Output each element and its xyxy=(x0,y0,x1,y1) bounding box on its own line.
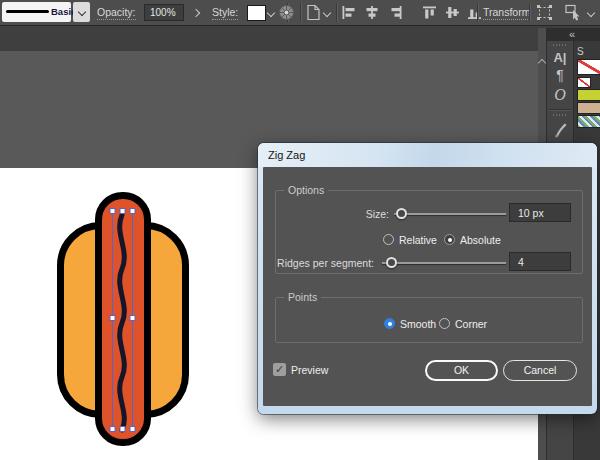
size-slider-track[interactable] xyxy=(394,213,506,215)
absolute-radio[interactable] xyxy=(444,234,455,245)
preview-label[interactable]: Preview xyxy=(291,364,328,376)
align-left-icon[interactable] xyxy=(342,6,356,19)
panel-grip[interactable] xyxy=(553,44,567,46)
cancel-button[interactable]: Cancel xyxy=(503,360,577,381)
character-panel-icon[interactable]: A| xyxy=(547,50,573,65)
dock-header: « xyxy=(547,28,600,41)
scrollbar-up-icon[interactable] xyxy=(538,59,546,67)
toolbar-separator xyxy=(336,3,338,22)
ridges-label: Ridges per segment: xyxy=(276,257,374,269)
size-slider-knob[interactable] xyxy=(396,208,407,219)
align-bottom-icon[interactable] xyxy=(468,6,482,19)
illustrator-window: Basic Opacity: Style: xyxy=(0,0,600,460)
toolbar-separator xyxy=(477,3,479,22)
recolor-artwork-icon[interactable] xyxy=(278,4,295,21)
dialog-title[interactable]: Zig Zag xyxy=(258,143,597,167)
points-group: Points Smooth Corner xyxy=(275,297,583,343)
options-group: Options Size: Relative Absolute Ridges p… xyxy=(275,190,583,274)
document-area-top-strip xyxy=(0,26,600,51)
ridges-slider-knob[interactable] xyxy=(386,257,397,268)
paragraph-panel-icon[interactable]: ¶ xyxy=(547,67,573,83)
align-top-icon[interactable] xyxy=(423,6,437,19)
zigzag-dialog: Zig Zag Options Size: Relative Absolute … xyxy=(258,143,597,414)
bounding-box-icon[interactable] xyxy=(536,4,553,21)
smooth-radio[interactable] xyxy=(384,318,395,329)
preview-checkbox[interactable]: ✓ xyxy=(273,363,286,376)
points-group-label: Points xyxy=(284,292,321,303)
document-setup-icon[interactable] xyxy=(306,4,321,21)
swatch-green[interactable] xyxy=(577,89,600,101)
relative-radio-label[interactable]: Relative xyxy=(399,234,437,246)
select-similar-icon[interactable] xyxy=(565,4,583,21)
chevron-right-icon xyxy=(191,8,199,16)
style-label[interactable]: Style: xyxy=(212,7,238,20)
ridges-slider-track[interactable] xyxy=(382,262,506,264)
control-bar: Basic Opacity: Style: xyxy=(0,0,600,26)
swatch-none-stroke[interactable] xyxy=(577,77,591,88)
align-right-icon[interactable] xyxy=(388,6,402,19)
opacity-label[interactable]: Opacity: xyxy=(97,7,136,20)
smooth-radio-label[interactable]: Smooth xyxy=(400,318,436,330)
stroke-style-dropdown[interactable]: Basic xyxy=(2,2,71,22)
opacity-options-button[interactable] xyxy=(188,4,203,21)
stroke-style-chevron-button[interactable] xyxy=(73,2,90,22)
ridges-input[interactable] xyxy=(509,252,571,271)
align-center-vertical-icon[interactable] xyxy=(446,6,460,19)
transform-label[interactable]: Transform xyxy=(483,7,530,20)
collapse-panels-icon[interactable]: « xyxy=(569,28,575,40)
style-swatch[interactable] xyxy=(247,5,266,21)
panel-divider xyxy=(549,109,571,111)
relative-radio[interactable] xyxy=(383,234,394,245)
document-setup-chevron-icon[interactable] xyxy=(323,9,331,17)
opentype-panel-icon[interactable]: O xyxy=(547,86,573,104)
absolute-radio-label[interactable]: Absolute xyxy=(460,234,501,246)
swatch-tan[interactable] xyxy=(577,102,600,114)
panel-grip[interactable] xyxy=(553,114,567,116)
brushes-panel-icon[interactable] xyxy=(553,122,568,138)
dialog-body: Options Size: Relative Absolute Ridges p… xyxy=(263,167,592,406)
corner-radio[interactable] xyxy=(439,318,450,329)
select-similar-chevron-icon[interactable] xyxy=(587,9,595,17)
stroke-preview-line xyxy=(6,10,49,13)
panel-tab-label[interactable]: S xyxy=(577,46,584,57)
chevron-down-icon xyxy=(77,8,85,16)
toolbar-separator xyxy=(300,3,302,22)
style-chevron-icon[interactable] xyxy=(267,9,275,17)
swatch-none-fill[interactable] xyxy=(577,59,600,75)
opacity-input[interactable] xyxy=(144,4,184,21)
corner-radio-label[interactable]: Corner xyxy=(455,318,487,330)
size-label: Size: xyxy=(276,208,389,220)
align-center-horizontal-icon[interactable] xyxy=(365,6,379,19)
ok-button[interactable]: OK xyxy=(425,360,498,381)
swatch-pattern[interactable] xyxy=(577,115,600,128)
options-group-label: Options xyxy=(284,185,328,196)
toolbar-separator xyxy=(529,3,531,22)
size-input[interactable] xyxy=(509,203,571,222)
